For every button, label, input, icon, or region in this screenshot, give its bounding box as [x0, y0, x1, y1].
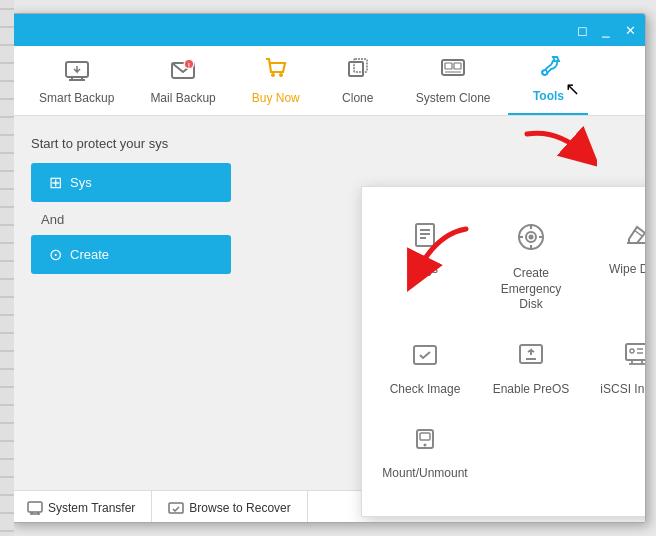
tools-dropdown-menu: Logs Create Emergency Disk Wipe Data	[361, 186, 645, 517]
wipe-data-label: Wipe Data	[609, 262, 645, 278]
dropdown-item-mount-unmount[interactable]: Mount/Unmount	[372, 411, 478, 496]
system-button-icon: ⊞	[49, 173, 62, 192]
mail-backup-icon: !	[170, 59, 196, 87]
svg-rect-18	[28, 502, 42, 512]
enable-preos-label: Enable PreOS	[493, 382, 570, 398]
main-window: ◻ ⎯ ✕ Smart Backup ! Mail Backup Buy Now	[10, 13, 646, 523]
clone-icon	[345, 57, 371, 87]
dropdown-item-iscsi-initiator[interactable]: iSCSI Initiator	[584, 327, 645, 412]
mount-unmount-icon	[411, 425, 439, 460]
dropdown-item-enable-preos[interactable]: Enable PreOS	[478, 327, 584, 412]
svg-point-46	[630, 349, 634, 353]
create-button[interactable]: ⊙ Create	[31, 235, 231, 274]
create-emergency-disk-icon	[515, 221, 547, 260]
tools-label: Tools	[533, 89, 564, 103]
browse-recover-icon	[168, 501, 184, 515]
mail-backup-label: Mail Backup	[150, 91, 215, 105]
browse-to-recover-link[interactable]: Browse to Recover	[152, 491, 307, 523]
enable-preos-icon	[517, 341, 545, 376]
svg-rect-23	[416, 224, 434, 246]
system-button[interactable]: ⊞ Sys	[31, 163, 231, 202]
system-transfer-label: System Transfer	[48, 501, 135, 515]
check-image-icon	[411, 341, 439, 376]
system-transfer-icon	[27, 501, 43, 515]
create-button-label: Create	[70, 247, 109, 262]
toolbar: Smart Backup ! Mail Backup Buy Now Clone	[11, 46, 645, 116]
dropdown-item-wipe-data[interactable]: Wipe Data	[584, 207, 645, 327]
toolbar-item-tools[interactable]: Tools	[508, 45, 588, 115]
toolbar-item-smart-backup[interactable]: Smart Backup	[21, 51, 132, 115]
svg-point-9	[271, 73, 275, 77]
title-bar: ◻ ⎯ ✕	[11, 14, 645, 46]
system-button-label: Sys	[70, 175, 92, 190]
buy-now-icon	[263, 55, 289, 87]
svg-rect-48	[420, 433, 430, 440]
main-content: Start to protect your sys ⊞ Sys And ⊙ Cr…	[11, 116, 645, 523]
browse-to-recover-label: Browse to Recover	[189, 501, 290, 515]
svg-point-33	[529, 235, 534, 240]
create-button-icon: ⊙	[49, 245, 62, 264]
iscsi-initiator-icon	[623, 341, 645, 376]
svg-rect-11	[349, 62, 363, 76]
svg-rect-12	[354, 59, 367, 72]
buy-now-label: Buy Now	[252, 91, 300, 105]
svg-rect-22	[169, 503, 183, 513]
svg-rect-14	[445, 63, 452, 69]
dropdown-item-check-image[interactable]: Check Image	[372, 327, 478, 412]
check-image-label: Check Image	[390, 382, 461, 398]
toolbar-item-buy-now[interactable]: Buy Now	[234, 47, 318, 115]
logs-icon	[411, 221, 439, 256]
svg-point-10	[279, 73, 283, 77]
dropdown-grid: Logs Create Emergency Disk Wipe Data	[362, 197, 645, 506]
clone-label: Clone	[342, 91, 373, 105]
system-clone-icon	[440, 57, 466, 87]
system-transfer-link[interactable]: System Transfer	[11, 491, 152, 523]
protect-text: Start to protect your sys	[31, 136, 625, 151]
svg-rect-40	[626, 344, 645, 360]
mount-unmount-label: Mount/Unmount	[382, 466, 467, 482]
window-controls: ◻ ⎯ ✕	[573, 21, 639, 39]
logs-label: Logs	[412, 262, 438, 278]
svg-point-17	[542, 70, 547, 75]
svg-text:!: !	[188, 62, 190, 69]
close-icon[interactable]: ✕	[621, 21, 639, 39]
svg-point-49	[424, 444, 427, 447]
dropdown-item-create-emergency-disk[interactable]: Create Emergency Disk	[478, 207, 584, 327]
create-emergency-disk-label: Create Emergency Disk	[488, 266, 574, 313]
dropdown-item-logs[interactable]: Logs	[372, 207, 478, 327]
toolbar-item-clone[interactable]: Clone	[318, 49, 398, 115]
tools-icon	[535, 53, 561, 85]
torn-edge	[0, 0, 14, 536]
wipe-data-icon	[623, 221, 645, 256]
system-clone-label: System Clone	[416, 91, 491, 105]
minimize-icon[interactable]: ⎯	[597, 21, 615, 39]
toolbar-item-mail-backup[interactable]: ! Mail Backup	[132, 51, 233, 115]
svg-rect-15	[454, 63, 461, 69]
iscsi-initiator-label: iSCSI Initiator	[600, 382, 645, 398]
smart-backup-label: Smart Backup	[39, 91, 114, 105]
smart-backup-icon	[64, 59, 90, 87]
toolbar-item-system-clone[interactable]: System Clone	[398, 49, 509, 115]
restore-icon[interactable]: ◻	[573, 21, 591, 39]
